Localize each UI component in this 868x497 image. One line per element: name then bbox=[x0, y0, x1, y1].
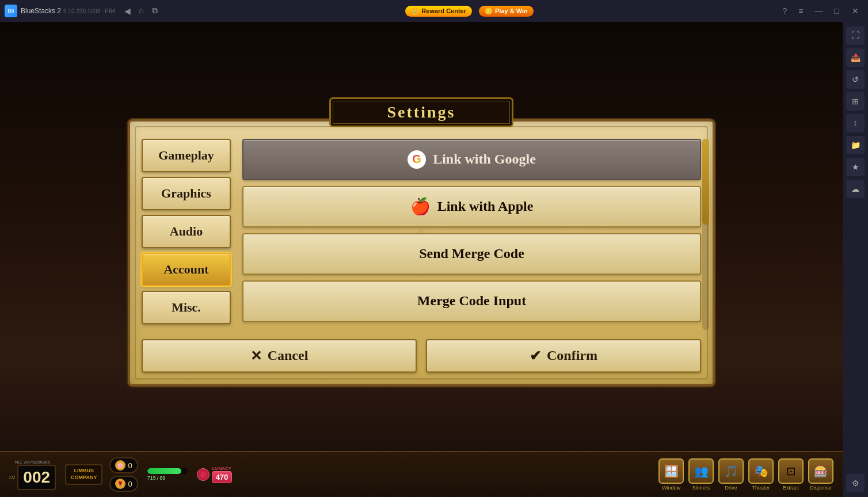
cancel-icon: ✕ bbox=[250, 348, 262, 364]
hud-currency-2: 🌹 0 bbox=[109, 476, 138, 492]
sidebar-icon-settings[interactable]: ⚙ bbox=[846, 474, 865, 492]
lv-label: LV bbox=[9, 475, 15, 480]
nav-btn-graphics[interactable]: Graphics bbox=[142, 177, 231, 210]
hud-action-extract[interactable]: ⊡ Extract bbox=[778, 458, 804, 491]
hud-currency-1: 🌸 0 bbox=[109, 457, 138, 473]
hp-max: 69 bbox=[159, 475, 165, 481]
close-button[interactable]: ✕ bbox=[847, 5, 863, 17]
hud-action-drive[interactable]: 🎵 Drive bbox=[718, 458, 744, 491]
settings-panel: ⚜ Gameplay Graphics Audio bbox=[128, 119, 715, 386]
hud-level: NO. A679256385 LV 002 bbox=[9, 460, 56, 490]
hud-action-theater[interactable]: 🎭 Theater bbox=[748, 458, 774, 491]
hp-bar-fill bbox=[147, 468, 182, 474]
nav-btn-account[interactable]: Account bbox=[142, 253, 231, 286]
titlebar-actions: ? ≡ — □ ✕ bbox=[779, 5, 863, 17]
app-name: BlueStacks 2 bbox=[21, 7, 61, 15]
confirm-button[interactable]: ✔ Confirm bbox=[426, 339, 701, 373]
scrollbar-track[interactable] bbox=[702, 139, 709, 330]
right-sidebar: ⛶ 📤 ↺ ⊞ ↕ 📁 ★ ☁ ⚙ bbox=[843, 22, 868, 497]
home-button[interactable]: ⌂ bbox=[136, 5, 146, 17]
sidebar-icon-7[interactable]: ☁ bbox=[846, 180, 865, 198]
cancel-button[interactable]: ✕ Cancel bbox=[142, 339, 417, 373]
hud-actions: 🪟 Window 👥 Sinners 🎵 Drive 🎭 Theater ⊡ E… bbox=[658, 458, 833, 491]
settings-title-banner: Settings bbox=[329, 97, 513, 127]
settings-title: Settings bbox=[387, 103, 456, 122]
sidebar-icon-2[interactable]: ↺ bbox=[846, 70, 865, 89]
multi-button[interactable]: ⧉ bbox=[150, 5, 160, 17]
settings-bottom: ✕ Cancel ✔ Confirm bbox=[142, 339, 701, 373]
maximize-button[interactable]: □ bbox=[831, 5, 843, 17]
app-version: 5.10.230.1003 · P64 bbox=[63, 8, 115, 14]
hud-action-window[interactable]: 🪟 Window bbox=[658, 458, 684, 491]
sidebar-icon-1[interactable]: 📤 bbox=[846, 48, 865, 67]
dispense-icon: 🎰 bbox=[808, 458, 833, 484]
link-apple-button[interactable]: 🍎 Link with Apple bbox=[242, 186, 701, 227]
extract-icon: ⊡ bbox=[778, 458, 804, 484]
link-google-button[interactable]: G Link with Google bbox=[242, 139, 701, 180]
sidebar-icon-6[interactable]: ★ bbox=[846, 158, 865, 176]
drive-icon: 🎵 bbox=[718, 458, 744, 484]
lunacy-icon bbox=[197, 468, 210, 481]
settings-container: Settings ⚜ Gameplay Graphics bbox=[128, 110, 715, 386]
bottom-hud: NO. A679256385 LV 002 LIMBUS COMPANY 🌸 0… bbox=[0, 451, 843, 497]
back-button[interactable]: ◀ bbox=[122, 5, 133, 17]
game-area: Settings ⚜ Gameplay Graphics bbox=[0, 22, 843, 497]
play-win-coin-icon: 🪙 bbox=[485, 7, 493, 15]
scrollbar-thumb[interactable] bbox=[702, 139, 709, 225]
nav-btn-gameplay[interactable]: Gameplay bbox=[142, 139, 231, 172]
sidebar-icon-5[interactable]: 📁 bbox=[846, 136, 865, 154]
menu-button[interactable]: ≡ bbox=[795, 5, 806, 17]
sidebar-icon-0[interactable]: ⛶ bbox=[846, 26, 865, 45]
sidebar-icon-3[interactable]: ⊞ bbox=[846, 92, 865, 111]
reward-crown-icon: 👑 bbox=[411, 7, 419, 15]
reward-center-button[interactable]: 👑 Reward Center bbox=[405, 6, 472, 17]
hp-current: 715 bbox=[147, 475, 156, 481]
hud-action-dispense[interactable]: 🎰 Dispense bbox=[808, 458, 833, 491]
settings-content: Gameplay Graphics Audio Account Misc. bbox=[142, 139, 701, 330]
hud-hp-bar: 715 / 69 bbox=[147, 468, 188, 481]
help-button[interactable]: ? bbox=[779, 5, 791, 17]
currency-2-icon: 🌹 bbox=[115, 479, 125, 489]
google-icon: G bbox=[408, 150, 426, 169]
currency-1-icon: 🌸 bbox=[115, 460, 125, 471]
modal-overlay: Settings ⚜ Gameplay Graphics bbox=[0, 22, 843, 497]
play-win-button[interactable]: 🪙 Play & Win bbox=[479, 6, 534, 17]
apple-icon: 🍎 bbox=[410, 197, 431, 216]
merge-code-input-button[interactable]: Merge Code Input bbox=[242, 280, 701, 322]
hud-action-sinners[interactable]: 👥 Sinners bbox=[688, 458, 714, 491]
titlebar: BS BlueStacks 2 5.10.230.1003 · P64 ◀ ⌂ … bbox=[0, 0, 868, 22]
settings-right: G Link with Google 🍎 Link with Apple Sen… bbox=[242, 139, 701, 330]
settings-nav: Gameplay Graphics Audio Account Misc. bbox=[142, 139, 231, 330]
titlebar-nav: ◀ ⌂ ⧉ bbox=[122, 5, 159, 17]
sinners-icon: 👥 bbox=[688, 458, 714, 484]
level-label: NO. A679256385 bbox=[15, 460, 50, 465]
titlebar-center: 👑 Reward Center 🪙 Play & Win bbox=[160, 6, 779, 17]
minimize-button[interactable]: — bbox=[812, 5, 827, 17]
send-merge-button[interactable]: Send Merge Code bbox=[242, 233, 701, 275]
level-value: 002 bbox=[17, 465, 56, 490]
lunacy-value: 470 bbox=[212, 471, 233, 483]
lunacy-label: LUNACY bbox=[212, 466, 231, 471]
confirm-icon: ✔ bbox=[530, 348, 541, 364]
window-icon: 🪟 bbox=[658, 458, 684, 484]
hp-bar-track bbox=[147, 468, 188, 474]
hud-lunacy: LUNACY 470 bbox=[197, 466, 233, 483]
app-logo: BS bbox=[5, 5, 17, 17]
hud-logo: LIMBUS COMPANY bbox=[65, 464, 102, 484]
sidebar-icon-4[interactable]: ↕ bbox=[846, 114, 865, 132]
nav-btn-audio[interactable]: Audio bbox=[142, 215, 231, 248]
nav-btn-misc[interactable]: Misc. bbox=[142, 291, 231, 324]
theater-icon: 🎭 bbox=[748, 458, 774, 484]
